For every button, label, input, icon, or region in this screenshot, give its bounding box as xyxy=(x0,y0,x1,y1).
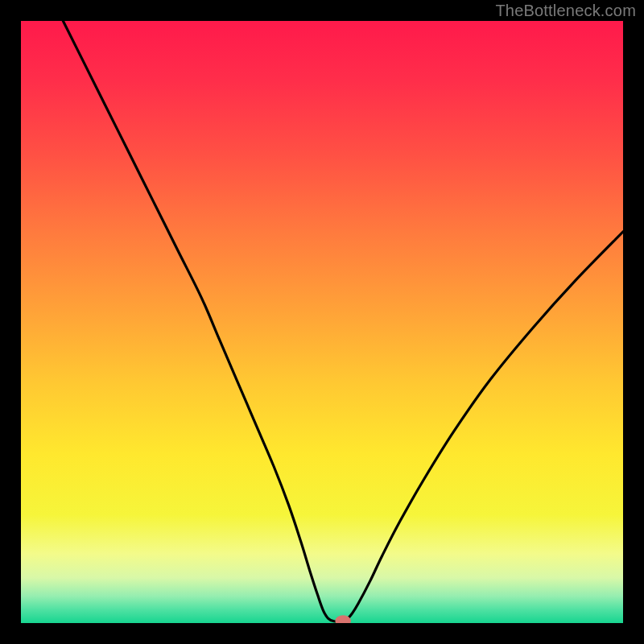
plot-area xyxy=(21,21,623,623)
watermark-text: TheBottleneck.com xyxy=(495,2,636,20)
chart-frame: TheBottleneck.com xyxy=(0,0,644,644)
gradient-background xyxy=(21,21,623,623)
chart-svg xyxy=(21,21,623,623)
